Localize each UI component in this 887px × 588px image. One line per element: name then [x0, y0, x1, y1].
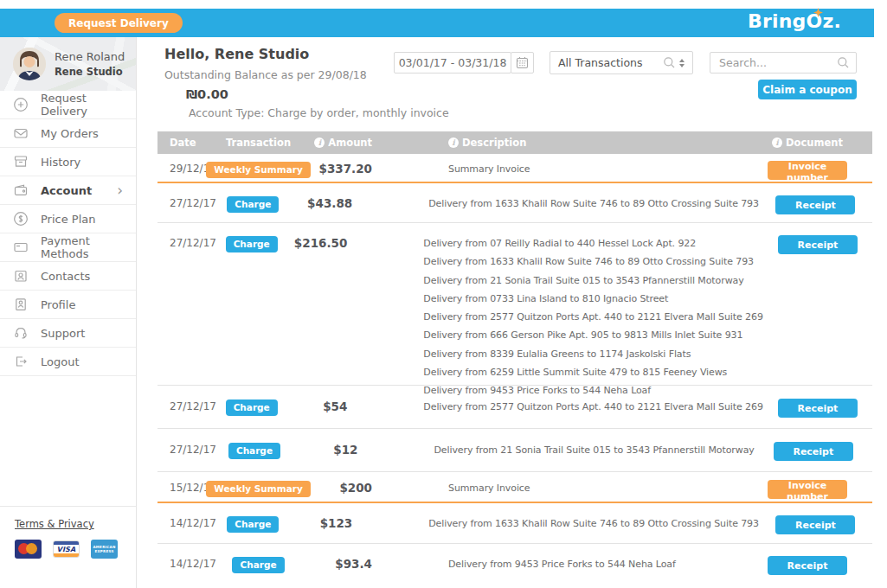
contact-card-icon: [13, 268, 29, 284]
row-description: Delivery from 1633 Khalil Row Suite 746 …: [428, 514, 759, 533]
sidebar-item-label: Profile: [41, 298, 75, 311]
search-input[interactable]: [710, 52, 857, 74]
table-header: Date Transaction iAmount iDescription iD…: [157, 131, 872, 154]
credit-card-icon: [13, 240, 29, 255]
row-amount: $43.88: [290, 195, 362, 213]
row-amount: $216.50: [287, 234, 357, 252]
sidebar-menu: Request Delivery My Orders History Accou…: [0, 91, 136, 376]
search-icon: [837, 56, 850, 69]
avatar: [13, 48, 46, 80]
invoice-number-button[interactable]: Invoice number: [768, 161, 847, 180]
receipt-button[interactable]: Receipt: [778, 399, 858, 418]
header-transaction: Transaction: [216, 137, 300, 149]
transaction-badge: Charge: [227, 196, 279, 213]
transaction-filter-select[interactable]: All Transactions: [550, 51, 693, 74]
brand-logo-text: BringOz.: [748, 10, 841, 32]
row-description: Delivery from 2577 Quitzon Ports Apt. 44…: [423, 308, 762, 326]
invoice-number-button[interactable]: Invoice number: [768, 480, 847, 499]
sidebar-item-request-delivery[interactable]: Request Delivery: [0, 91, 136, 119]
sidebar-item-history[interactable]: History: [0, 148, 136, 176]
sidebar-footer: Terms & Privacy VISA AMERICAN EXPRESS: [0, 506, 136, 559]
row-amount: $123: [290, 514, 362, 533]
row-date: 27/12/17: [157, 195, 216, 213]
search-box: [710, 52, 857, 74]
row-description: Delivery from 1633 Khalil Row Suite 746 …: [428, 195, 759, 213]
sidebar-item-contacts[interactable]: Contacts: [0, 262, 136, 291]
profile-card-icon: [13, 297, 29, 312]
sidebar-item-price-plan[interactable]: Price Plan: [0, 205, 136, 233]
sidebar-item-label: Logout: [41, 355, 80, 368]
search-icon: [663, 56, 676, 69]
sidebar-item-label: Payment Methods: [41, 234, 136, 260]
row-description: Summary Invoice: [448, 479, 530, 497]
row-amount: $54: [287, 398, 357, 416]
transaction-badge: Charge: [226, 236, 278, 252]
info-icon: i: [448, 137, 459, 148]
table-row: 27/12/17 Charge $43.88 Delivery from 163…: [157, 183, 872, 223]
row-amount: $337.20: [300, 160, 381, 178]
claim-coupon-button[interactable]: Claim a coupon: [758, 80, 857, 99]
profile-company: Rene Studio: [55, 66, 125, 78]
row-description: Delivery from 9453 Price Forks to 544 Ne…: [448, 555, 676, 573]
info-icon: i: [314, 137, 325, 148]
amex-icon: AMERICAN EXPRESS: [91, 540, 118, 559]
transaction-badge: Charge: [232, 557, 284, 573]
date-range-input[interactable]: [394, 52, 511, 74]
account-type: Account Type: Charge by order, monthly i…: [189, 106, 449, 119]
transaction-filter-value: All Transactions: [558, 56, 663, 69]
chevron-right-icon: ›: [117, 182, 123, 199]
receipt-button[interactable]: Receipt: [778, 235, 858, 254]
top-bar: Request Delivery BringOz.: [0, 9, 874, 37]
row-description: Delivery from 21 Sonia Trail Suite 015 t…: [423, 272, 743, 290]
row-description: Summary Invoice: [448, 160, 530, 178]
row-date: 27/12/17: [157, 398, 216, 416]
header-description: iDescription: [381, 137, 742, 149]
row-date: 14/12/17: [157, 514, 216, 533]
logo-star-icon: [813, 8, 823, 17]
sidebar-item-account[interactable]: Account ›: [0, 176, 136, 205]
transactions-table: Date Transaction iAmount iDescription iD…: [157, 131, 872, 585]
row-amount: $93.4: [300, 555, 381, 573]
sidebar-item-logout[interactable]: Logout: [0, 348, 136, 376]
table-row: 27/12/17 Charge $216.50 Delivery from 07…: [157, 223, 872, 386]
row-description: Delivery from 666 Gerson Pike Apt. 905 t…: [423, 326, 742, 344]
profile-header: Rene Roland Rene Studio: [0, 37, 136, 91]
sidebar-item-profile[interactable]: Profile: [0, 291, 136, 319]
header-document: iDocument: [742, 137, 872, 149]
profile-name: Rene Roland: [55, 50, 125, 63]
spinner-arrows-icon: [679, 59, 685, 67]
receipt-button[interactable]: Receipt: [775, 195, 855, 214]
transaction-badge: Charge: [227, 516, 279, 533]
calendar-icon: [516, 56, 529, 69]
calendar-button[interactable]: [511, 52, 534, 74]
logout-icon: [13, 354, 29, 369]
table-row: 14/12/17 Charge $93.4 Delivery from 9453…: [157, 544, 872, 585]
archive-icon: [13, 154, 29, 169]
dollar-circle-icon: [13, 211, 29, 227]
row-amount: $200: [300, 479, 381, 497]
header-date: Date: [157, 137, 216, 149]
request-delivery-button[interactable]: Request Delivery: [55, 13, 183, 33]
sidebar-item-payment-methods[interactable]: Payment Methods: [0, 233, 136, 262]
app-root: Request Delivery BringOz. Rene Roland: [0, 0, 887, 588]
receipt-button[interactable]: Receipt: [774, 442, 853, 461]
balance-value: ₪0.00: [186, 87, 449, 101]
sidebar-item-support[interactable]: Support: [0, 319, 136, 348]
mastercard-icon: [15, 540, 42, 559]
card-logos: VISA AMERICAN EXPRESS: [15, 540, 136, 559]
sidebar-item-label: Price Plan: [41, 213, 96, 226]
table-row: 14/12/17 Charge $123 Delivery from 1633 …: [157, 503, 872, 544]
receipt-button[interactable]: Receipt: [768, 556, 847, 575]
row-description: Delivery from 0733 Lina Island to 810 Ig…: [423, 290, 668, 308]
receipt-button[interactable]: Receipt: [775, 515, 855, 534]
row-amount: $12: [292, 441, 366, 459]
sidebar-item-label: History: [41, 156, 80, 169]
table-row: 27/12/17 Charge $12 Delivery from 21 Son…: [157, 429, 872, 472]
table-row: 29/12/17 Weekly Summary $337.20 Summary …: [157, 154, 872, 183]
row-date: 27/12/17: [157, 441, 216, 459]
sidebar-item-my-orders[interactable]: My Orders: [0, 119, 136, 148]
terms-privacy-link[interactable]: Terms & Privacy: [15, 518, 94, 530]
header-amount: iAmount: [300, 137, 381, 149]
row-description: Delivery from 07 Reilly Radial to 440 He…: [423, 234, 696, 252]
sidebar-item-label: Contacts: [41, 270, 90, 283]
